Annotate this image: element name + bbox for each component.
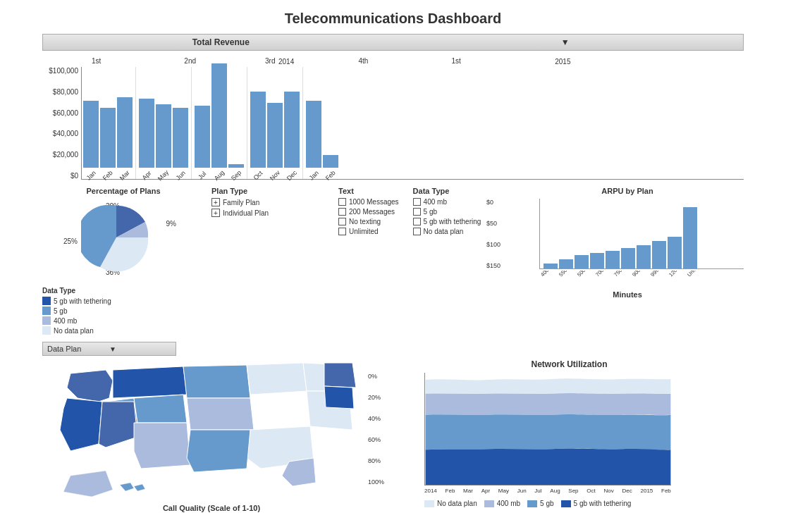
y-axis: $100,000 $80,000 $60,000 $40,000 $20,000… — [42, 67, 81, 180]
map-section: Call Quality (Scale of 1-10) — [42, 359, 381, 512]
lower-section: Call Quality (Scale of 1-10) Network Uti… — [42, 359, 744, 512]
network-legend: No data plan 400 mb 5 gb 5 gb with tethe… — [424, 500, 744, 507]
total-revenue-dropdown[interactable]: Total Revenue ▼ — [42, 34, 744, 51]
checkbox-1000msg[interactable] — [338, 198, 346, 206]
plan-type-legend: Plan Type + Family Plan + Individual Pla… — [211, 187, 331, 336]
dropdown-arrow-icon: ▼ — [393, 37, 738, 47]
bar-aug: Aug — [211, 63, 227, 179]
dt-item-5gb: 5 gb — [42, 307, 204, 315]
bar-apr: Apr — [139, 99, 154, 179]
quarter-labels: 1st 2nd 3rd 4th 1st — [81, 57, 744, 65]
nl-5gb-tethering: 5 gb with tethering — [561, 500, 632, 507]
checkbox-200msg[interactable] — [338, 208, 346, 216]
dt-box-5gb — [42, 307, 51, 315]
map-title: Call Quality (Scale of 1-10) — [42, 504, 381, 512]
legend-individual-plan[interactable]: + Individual Plan — [211, 209, 331, 217]
text-datatype-section: Text 1000 Messages 200 Messages No texti… — [338, 187, 504, 336]
checkbox-unlimited[interactable] — [338, 228, 346, 235]
bars-quarters: 1st 2nd 3rd 4th 1st Jan Feb — [81, 67, 744, 180]
svg-marker-6 — [134, 423, 190, 469]
pie-chart-wrapper: 30% 9% 36% 25% — [67, 199, 180, 283]
network-title: Network Utilization — [395, 359, 744, 369]
bar-sep: Sep — [228, 164, 244, 179]
chart-row: $100,000 $80,000 $60,000 $40,000 $20,000… — [42, 67, 744, 180]
check-unlimited[interactable]: Unlimited — [338, 228, 399, 235]
nl-400mb: 400 mb — [484, 500, 520, 507]
datatype-column: Data Type 400 mb 5 gb 5 gb with tetherin… — [413, 187, 481, 336]
dt-box-tethering — [42, 297, 51, 305]
bar-feb-2015: Feb — [323, 155, 338, 179]
svg-marker-9 — [247, 363, 307, 395]
svg-marker-8 — [187, 398, 254, 430]
bar-nov: Nov — [267, 103, 283, 179]
network-y-labels: 100% 80% 60% 40% 20% 0% — [368, 373, 384, 485]
nl-5gb: 5 gb — [527, 500, 553, 507]
pie-label-9: 9% — [166, 220, 176, 228]
checkbox-5gb-tethering[interactable] — [413, 218, 421, 225]
dt-box-nodata — [42, 326, 51, 335]
bar-jan-2015: Jan — [306, 101, 321, 179]
bar-feb: Feb — [100, 108, 116, 179]
checkbox-5gb[interactable] — [413, 208, 421, 216]
data-type-title: Data Type — [42, 287, 204, 295]
check-notexting[interactable]: No texting — [338, 218, 399, 225]
nl-nodata: No data plan — [424, 500, 477, 507]
check-5gb[interactable]: 5 gb — [413, 208, 481, 216]
network-section: Network Utilization 100% 80% 60% 40% 20%… — [395, 359, 744, 512]
us-map-svg — [49, 359, 374, 500]
svg-marker-0 — [67, 370, 113, 402]
dropdown-label: Total Revenue — [49, 37, 393, 47]
arpu-section: ARPU by Plan $150 $100 $50 $0 — [511, 187, 744, 336]
network-chart-svg — [424, 373, 671, 485]
page-title: Telecommunications Dashboard — [0, 0, 786, 34]
legend-family-plan[interactable]: + Family Plan — [211, 198, 331, 206]
check-1000msg[interactable]: 1000 Messages — [338, 198, 399, 206]
bar-jul: Jul — [195, 106, 210, 179]
data-type-legend: Data Type 5 gb with tethering 5 gb 400 m… — [42, 287, 204, 335]
datatype-col-title: Data Type — [413, 187, 481, 195]
pie-chart-svg — [81, 202, 152, 273]
checkbox-nodata[interactable] — [413, 228, 421, 235]
svg-marker-17 — [63, 471, 113, 497]
check-5gb-tethering[interactable]: 5 gb with tethering — [413, 218, 481, 225]
bar-may: May — [156, 104, 171, 179]
bar-dec: Dec — [284, 92, 300, 179]
check-nodata[interactable]: No data plan — [413, 228, 481, 235]
family-plan-checkbox[interactable]: + — [211, 198, 220, 206]
text-col-title: Text — [338, 187, 399, 195]
bar-jun: Jun — [173, 108, 188, 179]
arpu-bar-chart — [539, 199, 744, 269]
pie-title: Percentage of Plans — [42, 187, 204, 195]
data-plan-dropdown[interactable]: Data Plan ▼ — [42, 342, 176, 356]
svg-marker-18 — [120, 483, 134, 491]
checkbox-400mb[interactable] — [413, 198, 421, 206]
svg-marker-7 — [183, 365, 250, 398]
dt-item-tethering: 5 gb with tethering — [42, 297, 204, 305]
bar-mar: Mar — [117, 97, 133, 179]
check-400mb[interactable]: 400 mb — [413, 198, 481, 206]
pie-section: Percentage of Plans 30% 9% 36% 25% Data … — [42, 187, 204, 336]
check-200msg[interactable]: 200 Messages — [338, 208, 399, 216]
svg-marker-19 — [134, 484, 145, 491]
bar-oct: Oct — [250, 92, 266, 179]
arpu-y-labels: $150 $100 $50 $0 — [486, 199, 501, 269]
arpu-x-labels: 400 min. 550 min. 500 min. 700 min. 750 … — [539, 271, 744, 280]
svg-marker-1 — [113, 366, 187, 398]
svg-marker-3 — [134, 395, 187, 423]
checkbox-notexting[interactable] — [338, 218, 346, 225]
individual-plan-checkbox[interactable]: + — [211, 209, 220, 217]
filter-arrow-icon: ▼ — [109, 345, 171, 353]
bottom-section: Percentage of Plans 30% 9% 36% 25% Data … — [42, 187, 744, 336]
dt-item-nodata: No data plan — [42, 326, 204, 335]
svg-marker-5 — [99, 402, 137, 447]
network-x-labels: 2014 Feb Mar Apr May Jun Jul Aug Sep Oct… — [424, 488, 671, 494]
dt-item-400mb: 400 mb — [42, 316, 204, 325]
text-column: Text 1000 Messages 200 Messages No texti… — [338, 187, 399, 336]
svg-marker-16 — [324, 386, 354, 409]
plan-type-title: Plan Type — [211, 187, 331, 195]
arpu-title: ARPU by Plan — [511, 187, 744, 195]
minutes-label: Minutes — [511, 290, 744, 299]
svg-marker-4 — [60, 398, 102, 451]
filter-row: Data Plan ▼ — [42, 342, 744, 356]
filter-label: Data Plan — [47, 345, 109, 353]
